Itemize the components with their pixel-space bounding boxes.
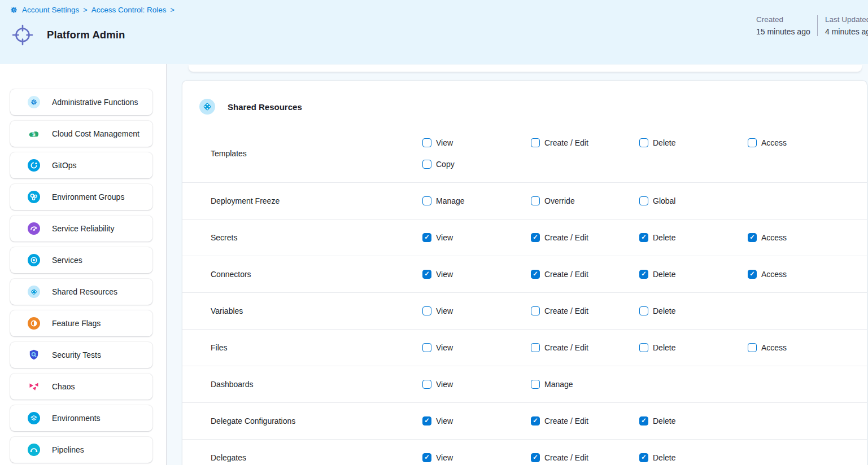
sidebar-item-label: Service Reliability	[52, 224, 114, 233]
sidebar-item-label: Environment Groups	[52, 192, 124, 201]
permission-connectors-create-edit: ✓Create / Edit	[531, 269, 639, 280]
sidebar-item-pipelines[interactable]: Pipelines	[10, 437, 152, 463]
checkbox-unchecked[interactable]	[422, 306, 431, 315]
checkbox-unchecked[interactable]	[748, 138, 757, 147]
permission-label: Access	[761, 138, 787, 147]
permission-connectors-view: ✓View	[422, 269, 531, 280]
permission-templates-view: View	[422, 137, 531, 148]
checkbox-checked[interactable]: ✓	[639, 453, 648, 462]
checkbox-checked[interactable]: ✓	[531, 233, 540, 242]
shared-resources-card: Shared Resources Templates ViewCreate / …	[182, 81, 867, 465]
checkbox-unchecked[interactable]	[639, 343, 648, 352]
checkmark-icon: ✓	[424, 234, 430, 241]
permission-templates-copy: Copy	[422, 159, 531, 170]
pipelines-icon	[28, 444, 40, 456]
feature-flags-icon	[28, 317, 40, 330]
checkbox-unchecked[interactable]	[748, 343, 757, 352]
permission-delegates-view: ✓View	[422, 452, 531, 463]
checkmark-icon: ✓	[641, 234, 647, 241]
permission-row-dashboards: Dashboards ViewManage	[182, 366, 867, 403]
checkbox-checked[interactable]: ✓	[531, 416, 540, 425]
checkbox-unchecked[interactable]	[531, 306, 540, 315]
permission-row-variables: Variables ViewCreate / EditDelete	[182, 293, 867, 330]
checkbox-unchecked[interactable]	[531, 343, 540, 352]
checkbox-checked[interactable]: ✓	[639, 233, 648, 242]
sidebar: Administrative Functions $ Cloud Cost Ma…	[0, 64, 167, 465]
sidebar-item-label: Administrative Functions	[52, 98, 138, 107]
resource-label: Connectors	[211, 270, 422, 279]
sidebar-item-environments[interactable]: Environments	[10, 405, 152, 431]
breadcrumb-link-access-control-roles[interactable]: Access Control: Roles	[91, 6, 167, 14]
permission-connectors-access: ✓Access	[748, 269, 856, 280]
checkmark-icon: ✓	[641, 418, 647, 424]
sidebar-item-chaos[interactable]: Chaos	[10, 374, 152, 400]
permission-deployment-freeze-global: Global	[639, 195, 748, 207]
checkbox-unchecked[interactable]	[639, 138, 648, 147]
permission-deployment-freeze-override: Override	[531, 195, 639, 207]
checkbox-checked[interactable]: ✓	[748, 270, 757, 279]
permission-label: View	[436, 270, 453, 279]
title-row: Platform Admin	[10, 23, 125, 47]
last-updated-meta: Last Updated 4 minutes ago	[825, 15, 868, 36]
checkbox-unchecked[interactable]	[531, 138, 540, 147]
checkbox-checked[interactable]: ✓	[422, 233, 431, 242]
permission-secrets-delete: ✓Delete	[639, 232, 748, 243]
checkbox-checked[interactable]: ✓	[639, 416, 648, 425]
permission-variables-create-edit: Create / Edit	[531, 305, 639, 317]
permission-label: Delete	[653, 453, 675, 462]
sidebar-item-security-tests[interactable]: Security Tests	[10, 342, 152, 368]
checkbox-checked[interactable]: ✓	[422, 416, 431, 425]
permission-grid: ViewManage	[422, 366, 856, 402]
sidebar-item-administrative-functions[interactable]: Administrative Functions	[10, 89, 152, 115]
permission-label: Delete	[653, 416, 675, 425]
permission-grid: ViewCreate / EditDeleteAccess	[422, 330, 856, 366]
permission-label: Delete	[653, 306, 675, 315]
checkbox-unchecked[interactable]	[422, 160, 431, 169]
permission-label: Create / Edit	[544, 233, 588, 242]
sidebar-item-feature-flags[interactable]: Feature Flags	[10, 310, 152, 336]
platform-admin-target-icon	[10, 23, 35, 47]
checkbox-checked[interactable]: ✓	[531, 270, 540, 279]
checkbox-unchecked[interactable]	[422, 138, 431, 147]
checkbox-unchecked[interactable]	[422, 380, 431, 389]
checkbox-checked[interactable]: ✓	[531, 453, 540, 462]
permission-label: View	[436, 416, 453, 425]
checkbox-unchecked[interactable]	[531, 196, 540, 205]
permission-label: Access	[761, 270, 787, 279]
checkbox-checked[interactable]: ✓	[422, 270, 431, 279]
sidebar-item-cloud-cost-management[interactable]: $ Cloud Cost Management	[10, 121, 152, 147]
checkmark-icon: ✓	[749, 234, 755, 241]
permission-label: View	[436, 138, 453, 147]
breadcrumb: Account Settings > Access Control: Roles…	[10, 6, 175, 14]
sidebar-item-environment-groups[interactable]: Environment Groups	[10, 184, 152, 210]
permission-label: View	[436, 233, 453, 242]
checkbox-checked[interactable]: ✓	[422, 453, 431, 462]
permission-label: Create / Edit	[544, 138, 588, 147]
checkbox-checked[interactable]: ✓	[748, 233, 757, 242]
sidebar-item-gitops[interactable]: GitOps	[10, 152, 152, 178]
checkbox-unchecked[interactable]	[531, 380, 540, 389]
permission-files-delete: Delete	[639, 342, 748, 353]
sidebar-item-service-reliability[interactable]: Service Reliability	[10, 216, 152, 242]
resource-label: Delegate Configurations	[211, 416, 422, 425]
header-meta: Created 15 minutes ago Last Updated 4 mi…	[756, 15, 868, 36]
resource-label: Files	[211, 343, 422, 352]
permission-label: Manage	[544, 380, 573, 389]
checkbox-unchecked[interactable]	[422, 343, 431, 352]
permission-secrets-view: ✓View	[422, 232, 531, 243]
checkmark-icon: ✓	[424, 418, 430, 424]
sidebar-item-shared-resources[interactable]: Shared Resources	[10, 279, 152, 305]
checkbox-unchecked[interactable]	[639, 196, 648, 205]
resource-label: Delegates	[211, 453, 422, 462]
permission-label: Override	[544, 196, 575, 205]
sidebar-item-services[interactable]: Services	[10, 247, 152, 273]
resource-label: Templates	[211, 149, 422, 158]
resource-label: Secrets	[211, 233, 422, 242]
permission-label: Delete	[653, 270, 675, 279]
created-meta: Created 15 minutes ago	[756, 15, 812, 36]
breadcrumb-link-account-settings[interactable]: Account Settings	[22, 6, 79, 14]
permission-delegate-configurations-delete: ✓Delete	[639, 415, 748, 427]
checkbox-unchecked[interactable]	[639, 306, 648, 315]
checkbox-unchecked[interactable]	[422, 196, 431, 205]
checkbox-checked[interactable]: ✓	[639, 270, 648, 279]
